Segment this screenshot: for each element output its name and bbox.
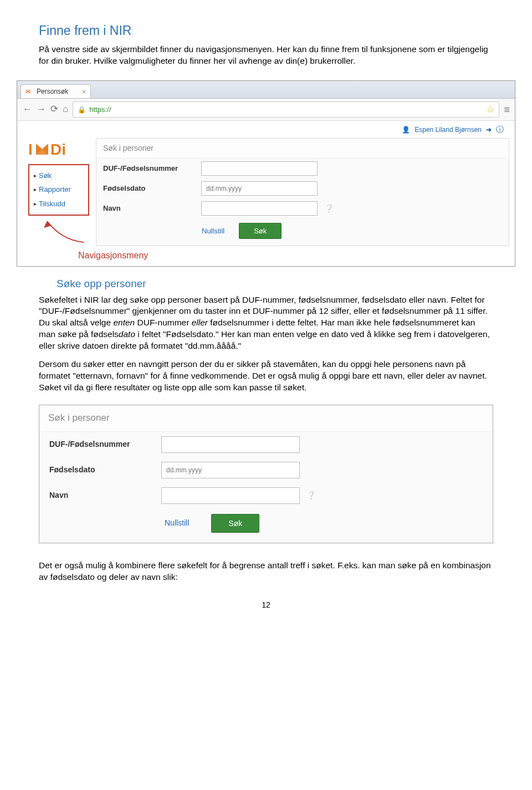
lock-icon: 🔒 [78, 105, 86, 114]
svg-marker-5 [44, 221, 52, 228]
logo-imdi: I Di [28, 140, 84, 159]
search-button[interactable]: Søk [239, 223, 282, 239]
label-navn: Navn [103, 203, 195, 213]
url-field[interactable]: 🔒 https:// ☆ [73, 101, 499, 118]
screenshot-browser: ✉ Personsøk × ← → ⟳ ⌂ 🔒 https:// ☆ ≡ 👤 E… [17, 80, 515, 267]
field-help-icon[interactable]: ❔ [324, 203, 334, 214]
nav-menu-highlight: ▸Søk ▸Rapporter ▸Tilskudd [28, 164, 89, 216]
reload-icon[interactable]: ⟳ [50, 103, 58, 116]
label-dato-2: Fødselsdato [49, 465, 155, 475]
input-navn-2[interactable] [161, 487, 300, 504]
label-duf-2: DUF-/Fødselsnummer [49, 439, 155, 450]
paragraph-intro: På venstre side av skjermbildet finner d… [39, 44, 493, 67]
input-navn[interactable] [201, 201, 318, 216]
tab-title: Personsøk [37, 87, 68, 96]
app-user-header: 👤 Espen Liland Bjørnsen ➜ ⓘ [17, 121, 515, 138]
search-panel-header-2: Søk i personer [39, 405, 493, 432]
search-button-2[interactable]: Søk [211, 514, 259, 533]
url-text: https:// [89, 105, 111, 115]
address-bar: ← → ⟳ ⌂ 🔒 https:// ☆ ≡ [17, 99, 515, 121]
browser-tab-bar: ✉ Personsøk × [17, 81, 515, 99]
reset-link[interactable]: Nullstill [202, 226, 224, 236]
screenshot-search-panel: Søk i personer DUF-/Fødselsnummer Fødsel… [39, 405, 493, 543]
field-help-icon-2[interactable]: ❔ [306, 490, 316, 501]
nav-item-sok[interactable]: ▸Søk [32, 169, 86, 183]
input-dato[interactable] [201, 181, 318, 196]
forward-icon[interactable]: → [37, 103, 46, 116]
search-panel-header: Søk i personer [96, 139, 509, 159]
input-duf[interactable] [201, 161, 318, 176]
input-dato-2[interactable] [161, 462, 300, 478]
callout-arrow-icon [39, 216, 89, 243]
reset-link-2[interactable]: Nullstill [165, 518, 189, 528]
page-number: 12 [39, 600, 493, 610]
input-duf-2[interactable] [161, 436, 300, 453]
heading-main: Finne frem i NIR [39, 22, 493, 39]
search-panel: Søk i personer DUF-/Fødselsnummer Fødsel… [96, 138, 509, 246]
paragraph-sok-2: Dersom du søker etter en navngitt person… [39, 359, 493, 394]
paragraph-sok-1: Søkefeltet i NIR lar deg søke opp person… [39, 294, 493, 353]
paragraph-combine: Det er også mulig å kombinere flere søke… [39, 560, 493, 583]
caret-icon: ▸ [34, 186, 37, 193]
caret-icon: ▸ [34, 172, 37, 180]
back-icon[interactable]: ← [23, 103, 32, 116]
tab-favicon-icon: ✉ [25, 88, 33, 95]
nav-item-tilskudd[interactable]: ▸Tilskudd [32, 197, 86, 211]
logout-icon[interactable]: ➜ [486, 125, 492, 134]
label-duf: DUF-/Fødselsnummer [103, 164, 195, 174]
heading-sok: Søke opp personer [57, 277, 493, 291]
user-icon: 👤 [402, 125, 410, 134]
app-sidebar: I Di ▸Søk ▸Rapporter ▸Tilskudd [23, 138, 89, 246]
home-icon[interactable]: ⌂ [63, 103, 68, 116]
hamburger-icon[interactable]: ≡ [504, 103, 509, 116]
nav-caption: Navigasjonsmeny [17, 249, 515, 266]
bookmark-star-icon[interactable]: ☆ [487, 104, 494, 116]
user-name[interactable]: Espen Liland Bjørnsen [415, 125, 482, 134]
help-icon[interactable]: ⓘ [496, 124, 504, 135]
caret-icon: ▸ [34, 200, 37, 208]
browser-tab[interactable]: ✉ Personsøk × [21, 84, 91, 98]
tab-close-icon[interactable]: × [82, 88, 86, 96]
label-dato: Fødselsdato [103, 184, 195, 193]
label-navn-2: Navn [49, 490, 155, 501]
svg-text:I: I [28, 141, 33, 158]
svg-text:Di: Di [50, 141, 66, 158]
nav-item-rapporter[interactable]: ▸Rapporter [32, 182, 86, 197]
